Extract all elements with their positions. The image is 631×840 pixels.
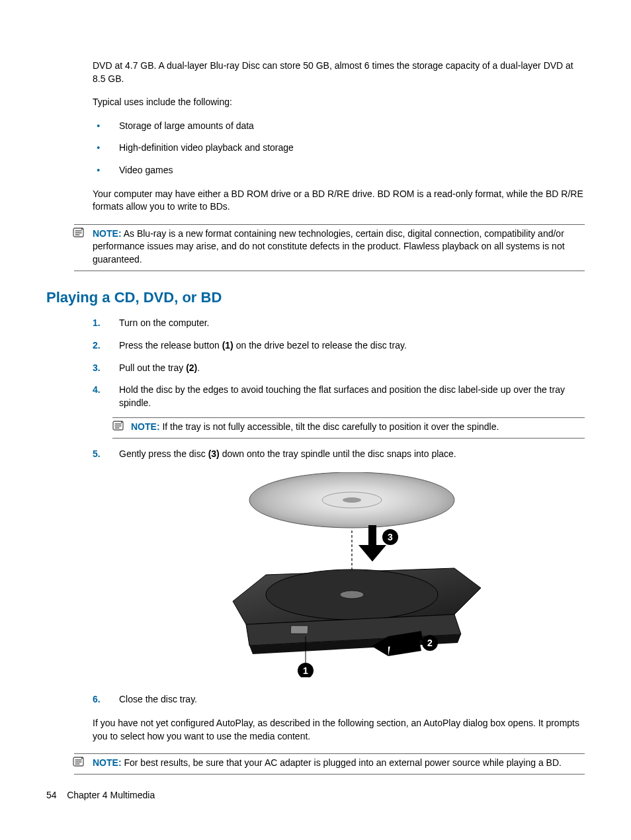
- note-icon: [73, 228, 86, 238]
- step-item: 2. Press the release button (1) on the d…: [93, 339, 585, 353]
- step-item: 4. Hold the disc by the edges to avoid t…: [93, 384, 585, 439]
- svg-text:2: 2: [427, 638, 433, 648]
- step-item: 3. Pull out the tray (2).: [93, 362, 585, 375]
- intro-paragraph-3: Your computer may have either a BD ROM d…: [93, 188, 585, 214]
- note-label: NOTE:: [93, 757, 122, 768]
- intro-paragraph-1: DVD at 4.7 GB. A dual-layer Blu-ray Disc…: [93, 60, 585, 85]
- disc-tray-figure: 3: [220, 472, 484, 677]
- step-number: 6.: [93, 693, 101, 706]
- page-number: 54: [46, 790, 57, 800]
- svg-text:1: 1: [303, 665, 308, 676]
- page-footer: 54 Chapter 4 Multimedia: [46, 790, 155, 800]
- step-number: 1.: [93, 317, 101, 330]
- step-text: Turn on the computer.: [119, 317, 209, 328]
- svg-rect-5: [368, 525, 376, 545]
- step-text: Hold the disc by the edges to avoid touc…: [119, 384, 565, 408]
- step-number: 5.: [93, 448, 101, 461]
- step-number: 2.: [93, 339, 101, 353]
- svg-point-4: [343, 497, 361, 503]
- svg-text:3: 3: [388, 532, 393, 542]
- bullet-item: Video games: [93, 164, 585, 177]
- svg-rect-15: [290, 626, 308, 634]
- step-item: 5. Gently press the disc (3) down onto t…: [93, 448, 585, 678]
- chapter-label: Chapter 4 Multimedia: [67, 790, 155, 800]
- note-block-tray: NOTE: If the tray is not fully accessibl…: [112, 417, 585, 439]
- step-text: Pull out the tray (2).: [119, 362, 200, 373]
- uses-bullet-list: Storage of large amounts of data High-de…: [93, 120, 585, 177]
- svg-marker-6: [358, 545, 386, 562]
- note-label: NOTE:: [93, 228, 122, 239]
- note-block-bluray: NOTE: As Blu-ray is a new format contain…: [74, 224, 585, 271]
- note-label: NOTE:: [131, 421, 160, 432]
- autoplay-paragraph: If you have not yet configured AutoPlay,…: [93, 717, 585, 743]
- section-heading-playing: Playing a CD, DVD, or BD: [46, 288, 585, 308]
- step-number: 4.: [93, 384, 101, 397]
- intro-paragraph-2: Typical uses include the following:: [93, 96, 585, 109]
- step-item: 1. Turn on the computer.: [93, 317, 585, 330]
- steps-list: 1. Turn on the computer. 2. Press the re…: [93, 317, 585, 706]
- content-area: DVD at 4.7 GB. A dual-layer Blu-ray Disc…: [93, 60, 585, 775]
- note-text: As Blu-ray is a new format containing ne…: [93, 228, 565, 265]
- note-icon: [112, 421, 126, 431]
- note-block-ac-adapter: NOTE: For best results, be sure that you…: [74, 753, 585, 775]
- note-text: For best results, be sure that your AC a…: [124, 757, 561, 768]
- bullet-item: High-definition video playback and stora…: [93, 142, 585, 155]
- note-icon: [73, 757, 86, 767]
- svg-point-12: [340, 591, 364, 599]
- document-page: DVD at 4.7 GB. A dual-layer Blu-ray Disc…: [0, 0, 631, 840]
- step-text: Close the disc tray.: [119, 694, 197, 704]
- step-text: Gently press the disc (3) down onto the …: [119, 448, 456, 459]
- bullet-item: Storage of large amounts of data: [93, 120, 585, 133]
- note-text: If the tray is not fully accessible, til…: [162, 421, 499, 432]
- step-number: 3.: [93, 362, 101, 375]
- step-item: 6. Close the disc tray.: [93, 693, 585, 706]
- step-text: Press the release button (1) on the driv…: [119, 340, 407, 351]
